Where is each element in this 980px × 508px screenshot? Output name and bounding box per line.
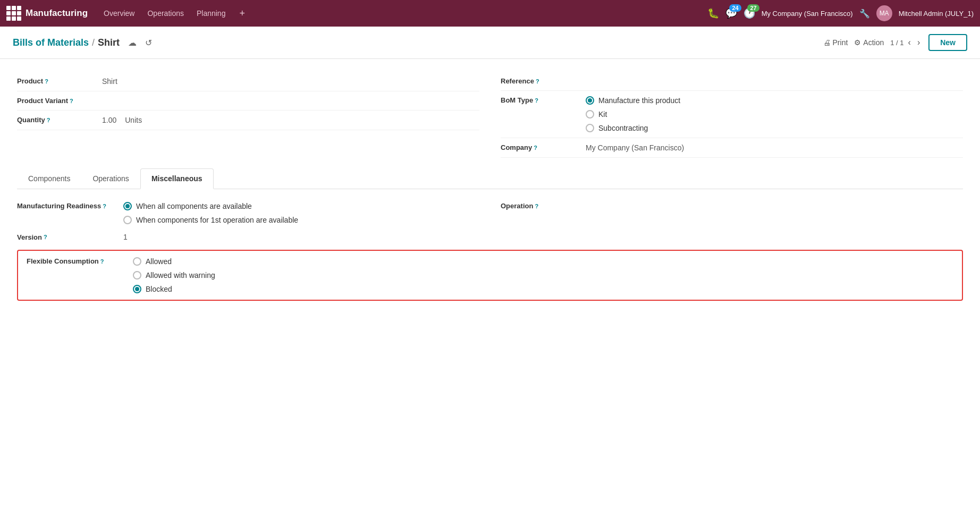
top-menu: Overview Operations Planning	[98, 6, 231, 21]
nav-overview[interactable]: Overview	[98, 6, 140, 21]
flex-allowed-radio[interactable]	[133, 257, 141, 266]
version-row: Version ? 1	[17, 224, 963, 250]
bom-type-subcontracting-radio[interactable]	[586, 124, 594, 132]
nav-planning[interactable]: Planning	[191, 6, 231, 21]
pager-next-button[interactable]: ›	[915, 37, 922, 48]
flexible-consumption-help-icon[interactable]: ?	[100, 258, 104, 265]
operation-help-icon[interactable]: ?	[535, 203, 538, 209]
breadcrumb-actions: ☁ ↺	[126, 36, 154, 50]
manufacturing-readiness-label: Manufacturing Readiness ?	[17, 202, 123, 210]
activity-badge-wrap[interactable]: 🕐 27	[744, 7, 755, 19]
readiness-operation-row: Manufacturing Readiness ? When all compo…	[17, 202, 963, 224]
pager: 1 / 1 ‹ ›	[890, 37, 922, 48]
bom-type-label: BoM Type ?	[501, 96, 586, 104]
bom-type-subcontracting-label: Subcontracting	[598, 124, 648, 132]
tab-miscellaneous[interactable]: Miscellaneous	[140, 168, 214, 189]
bom-type-subcontracting-option[interactable]: Subcontracting	[586, 124, 680, 132]
version-value: 1	[123, 233, 963, 241]
flex-allowed-warning-label: Allowed with warning	[146, 271, 215, 280]
flex-blocked-option[interactable]: Blocked	[133, 285, 215, 293]
version-help-icon[interactable]: ?	[44, 234, 47, 240]
bom-type-help-icon[interactable]: ?	[535, 97, 538, 104]
pager-text: 1 / 1	[890, 39, 903, 47]
bom-type-kit-option[interactable]: Kit	[586, 110, 680, 118]
bug-icon[interactable]: 🐛	[707, 7, 719, 19]
product-help-icon[interactable]: ?	[45, 78, 48, 84]
readiness-1st-radio[interactable]	[123, 216, 132, 224]
miscellaneous-tab-content: Manufacturing Readiness ? When all compo…	[17, 202, 963, 301]
action-button[interactable]: ⚙ Action	[854, 38, 884, 47]
flex-blocked-radio[interactable]	[133, 285, 141, 293]
avatar[interactable]: MA	[876, 5, 892, 21]
flexible-consumption-section: Flexible Consumption ? Allowed Allowed w…	[17, 250, 963, 301]
readiness-1st-label: When components for 1st operation are av…	[136, 216, 298, 224]
activity-count: 27	[747, 4, 759, 12]
tab-components[interactable]: Components	[17, 168, 81, 189]
reference-help-icon[interactable]: ?	[536, 78, 539, 84]
flexible-consumption-radio-group: Allowed Allowed with warning Blocked	[133, 257, 215, 293]
product-variant-help-icon[interactable]: ?	[70, 98, 73, 104]
main-content: Product ? Shirt Product Variant ? Quanti…	[0, 59, 980, 508]
operation-field: Operation ?	[501, 202, 963, 224]
quantity-help-icon[interactable]: ?	[47, 117, 50, 123]
flex-allowed-option[interactable]: Allowed	[133, 257, 215, 266]
flex-allowed-warning-radio[interactable]	[133, 271, 141, 280]
quantity-field-row: Quantity ? 1.00 Units	[17, 111, 479, 130]
readiness-all-radio[interactable]	[123, 202, 132, 210]
add-menu-button[interactable]: +	[235, 6, 249, 21]
readiness-1st-operation-option[interactable]: When components for 1st operation are av…	[123, 216, 298, 224]
manufacturing-readiness-radio-group: When all components are available When c…	[123, 202, 298, 224]
reference-label: Reference ?	[501, 77, 586, 85]
user-name: Mitchell Admin (JULY_1)	[899, 10, 974, 18]
quantity-unit: Units	[125, 116, 142, 124]
save-cloud-button[interactable]: ☁	[126, 36, 139, 50]
company-name[interactable]: My Company (San Francisco)	[762, 10, 853, 18]
undo-button[interactable]: ↺	[143, 36, 154, 50]
bom-type-radio-group: Manufacture this product Kit Subcontract…	[586, 96, 680, 132]
bom-type-manufacture-radio[interactable]	[586, 96, 594, 105]
tab-bar: Components Operations Miscellaneous	[17, 168, 963, 189]
bom-type-kit-radio[interactable]	[586, 110, 594, 118]
nav-operations[interactable]: Operations	[142, 6, 189, 21]
quantity-label: Quantity ?	[17, 116, 102, 124]
quantity-value[interactable]: 1.00	[102, 116, 116, 124]
top-navigation: Manufacturing Overview Operations Planni…	[0, 0, 980, 27]
action-label: Action	[863, 38, 884, 47]
breadcrumb-current: Shirt	[98, 37, 120, 48]
apps-grid-icon[interactable]	[6, 6, 21, 21]
reference-field-row: Reference ?	[501, 72, 963, 91]
breadcrumb-right: 🖨 Print ⚙ Action 1 / 1 ‹ › New	[823, 34, 967, 51]
readiness-all-components-option[interactable]: When all components are available	[123, 202, 298, 210]
product-field-row: Product ? Shirt	[17, 72, 479, 91]
tab-operations[interactable]: Operations	[81, 168, 140, 189]
new-button[interactable]: New	[928, 34, 967, 51]
print-label: Print	[833, 38, 848, 47]
flex-allowed-warning-option[interactable]: Allowed with warning	[133, 271, 215, 280]
pager-prev-button[interactable]: ‹	[906, 37, 913, 48]
breadcrumb-bar: Bills of Materials / Shirt ☁ ↺ 🖨 Print ⚙…	[0, 27, 980, 59]
product-variant-field-row: Product Variant ?	[17, 91, 479, 111]
settings-wrench-icon[interactable]: 🔧	[859, 9, 870, 19]
app-brand[interactable]: Manufacturing	[26, 8, 88, 19]
print-button[interactable]: 🖨 Print	[823, 38, 848, 47]
bom-type-manufacture-option[interactable]: Manufacture this product	[586, 96, 680, 105]
product-label: Product ?	[17, 77, 102, 85]
manufacturing-readiness-row: Manufacturing Readiness ? When all compo…	[17, 202, 479, 224]
chat-count: 24	[729, 4, 741, 12]
breadcrumb-parent-link[interactable]: Bills of Materials	[13, 37, 89, 48]
breadcrumb-separator: /	[92, 37, 95, 48]
product-variant-label: Product Variant ?	[17, 97, 102, 105]
flexible-consumption-label: Flexible Consumption ?	[27, 257, 133, 265]
flex-allowed-label: Allowed	[146, 257, 172, 266]
company-value[interactable]: My Company (San Francisco)	[586, 143, 684, 152]
chat-badge-wrap[interactable]: 💬 24	[725, 7, 737, 19]
bom-type-kit-label: Kit	[598, 110, 607, 118]
company-help-icon[interactable]: ?	[534, 145, 537, 151]
company-field-row: Company ? My Company (San Francisco)	[501, 138, 963, 158]
version-label: Version ?	[17, 233, 123, 241]
bom-type-manufacture-label: Manufacture this product	[598, 96, 680, 105]
form-top-section: Product ? Shirt Product Variant ? Quanti…	[17, 72, 963, 158]
manufacturing-readiness-help-icon[interactable]: ?	[103, 203, 106, 209]
print-icon: 🖨	[823, 38, 831, 47]
product-value[interactable]: Shirt	[102, 77, 117, 86]
